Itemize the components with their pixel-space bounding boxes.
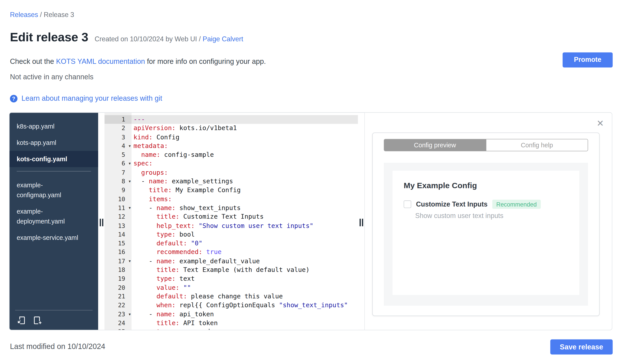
- sidebar-divider: [17, 171, 91, 172]
- yaml-code-editor[interactable]: 1---2apiVersion: kots.io/v1beta13kind: C…: [105, 113, 358, 330]
- preview-inset: My Example Config Customize Text Inputs …: [384, 163, 588, 306]
- file-name-label: example-configmap.yaml: [17, 180, 85, 200]
- release-editor: k8s-app.yamlkots-app.yamlkots-config.yam…: [9, 112, 612, 330]
- preview-resize-handle[interactable]: [358, 218, 364, 226]
- save-release-button[interactable]: Save release: [550, 340, 613, 355]
- breadcrumb-separator: /: [38, 11, 44, 19]
- code-line[interactable]: 2apiVersion: kots.io/v1beta1: [105, 124, 358, 133]
- fold-arrow-icon[interactable]: ▾: [129, 177, 131, 186]
- line-number: 4▾: [105, 142, 132, 150]
- config-item-help-text: Show custom user text inputs: [415, 212, 568, 220]
- code-line-text: - name: show_text_inputs: [132, 204, 358, 212]
- code-line-text: type: bool: [132, 230, 358, 239]
- code-line[interactable]: 10 items:: [105, 195, 358, 204]
- fold-arrow-icon[interactable]: ▾: [129, 257, 131, 265]
- code-line[interactable]: 3kind: Config: [105, 133, 358, 142]
- code-line-text: type: text: [132, 274, 358, 283]
- sidebar-file-item[interactable]: example-service.yaml: [9, 229, 98, 246]
- code-line[interactable]: 6▾spec:: [105, 160, 358, 168]
- code-line[interactable]: 23▾ - name: api_token: [105, 310, 358, 319]
- sidebar-file-item[interactable]: example-deployment.yaml: [9, 203, 98, 229]
- docs-info-line: Check out the KOTS YAML documentation fo…: [10, 58, 266, 66]
- code-line[interactable]: 21 default: please change this value: [105, 292, 358, 301]
- code-line[interactable]: 4▾metadata:: [105, 142, 358, 150]
- new-file-icon[interactable]: [32, 315, 43, 325]
- kots-docs-link[interactable]: KOTS YAML documentation: [56, 58, 145, 66]
- close-icon[interactable]: ✕: [597, 119, 604, 128]
- line-number: 3: [105, 133, 132, 142]
- fold-arrow-icon[interactable]: ▾: [129, 310, 131, 319]
- import-file-icon[interactable]: [16, 315, 27, 325]
- config-group-title: My Example Config: [404, 181, 568, 190]
- sidebar-resize-handle[interactable]: [98, 218, 105, 226]
- app: Releases / Release 3 Edit release 3 Crea…: [0, 0, 623, 364]
- created-info: Created on 10/10/2024 by Web UI / Paige …: [95, 35, 243, 43]
- code-line[interactable]: 22 when: repl{{ ConfigOptionEquals "show…: [105, 301, 358, 310]
- line-number: 11▾: [105, 204, 132, 212]
- code-line[interactable]: 14 type: bool: [105, 230, 358, 239]
- file-name-label: kots-config.yaml: [17, 154, 67, 164]
- file-name-label: example-service.yaml: [17, 233, 78, 243]
- code-line[interactable]: 13 help_text: "Show custom user text inp…: [105, 221, 358, 230]
- code-line[interactable]: 1---: [105, 115, 358, 124]
- config-card: My Example Config Customize Text Inputs …: [393, 171, 579, 295]
- file-list-top: k8s-app.yamlkots-app.yamlkots-config.yam…: [9, 113, 98, 167]
- code-line-text: recommended: true: [132, 248, 358, 257]
- fold-arrow-icon[interactable]: ▾: [129, 142, 131, 150]
- fold-arrow-icon[interactable]: ▾: [129, 204, 131, 212]
- promote-button[interactable]: Promote: [563, 52, 613, 67]
- code-line[interactable]: 18 title: Text Example (with default val…: [105, 265, 358, 274]
- line-number: 21: [105, 292, 132, 301]
- code-line-text: title: My Example Config: [132, 186, 358, 195]
- sidebar-file-item[interactable]: example-configmap.yaml: [9, 177, 98, 203]
- line-number: 9: [105, 186, 132, 195]
- code-line[interactable]: 12 title: Customize Text Inputs: [105, 212, 358, 221]
- git-releases-help-link[interactable]: Learn about managing your releases with …: [22, 95, 162, 103]
- fold-arrow-icon[interactable]: ▾: [129, 160, 131, 168]
- code-line[interactable]: 5 name: config-sample: [105, 150, 358, 159]
- breadcrumb-releases-link[interactable]: Releases: [10, 11, 38, 19]
- line-number: 2: [105, 124, 132, 133]
- line-number: 8▾: [105, 177, 132, 186]
- code-line-text: title: Customize Text Inputs: [132, 212, 358, 221]
- tab-config-preview[interactable]: Config preview: [384, 139, 486, 151]
- line-number: 22: [105, 301, 132, 310]
- code-line[interactable]: 19 type: text: [105, 274, 358, 283]
- sidebar-file-item[interactable]: kots-app.yaml: [9, 135, 98, 151]
- sidebar-footer-icons: [9, 315, 98, 330]
- code-line[interactable]: 16 recommended: true: [105, 248, 358, 257]
- config-preview-panel: Config preview Config help My Example Co…: [372, 133, 600, 316]
- file-name-label: example-deployment.yaml: [17, 206, 85, 226]
- code-line-text: - name: example_settings: [132, 177, 358, 186]
- tab-config-help[interactable]: Config help: [486, 139, 588, 151]
- code-line[interactable]: 25 type: password: [105, 327, 358, 330]
- code-line[interactable]: 17▾ - name: example_default_value: [105, 257, 358, 265]
- code-line-text: groups:: [132, 168, 358, 177]
- line-number: 14: [105, 230, 132, 239]
- line-number: 13: [105, 221, 132, 230]
- code-line[interactable]: 20 value: "": [105, 283, 358, 292]
- file-sidebar: k8s-app.yamlkots-app.yamlkots-config.yam…: [9, 113, 98, 330]
- code-line-text: help_text: "Show custom user text inputs…: [132, 221, 358, 230]
- code-line[interactable]: 15 default: "0": [105, 239, 358, 248]
- customize-text-inputs-checkbox[interactable]: [404, 201, 411, 208]
- code-line-text: title: Text Example (with default value): [132, 265, 358, 274]
- code-line-text: type: password: [132, 327, 358, 330]
- created-author-link[interactable]: Paige Calvert: [203, 35, 243, 43]
- code-line[interactable]: 24 title: API token: [105, 319, 358, 327]
- file-name-label: kots-app.yaml: [17, 138, 56, 148]
- sidebar-file-item[interactable]: kots-config.yaml: [9, 151, 98, 167]
- code-line-text: value: "": [132, 283, 358, 292]
- code-line[interactable]: 7 groups:: [105, 168, 358, 177]
- code-line-text: name: config-sample: [132, 150, 358, 159]
- code-line[interactable]: 8▾ - name: example_settings: [105, 177, 358, 186]
- code-line[interactable]: 9 title: My Example Config: [105, 186, 358, 195]
- code-line-text: ---: [132, 115, 358, 124]
- breadcrumb: Releases / Release 3: [10, 11, 74, 19]
- line-number: 5: [105, 150, 132, 159]
- code-line[interactable]: 11▾ - name: show_text_inputs: [105, 204, 358, 212]
- code-line-text: when: repl{{ ConfigOptionEquals "show_te…: [132, 301, 358, 310]
- sidebar-file-item[interactable]: k8s-app.yaml: [9, 118, 98, 135]
- config-preview-region: ✕ Config preview Config help My Example …: [364, 113, 612, 330]
- line-number: 24: [105, 319, 132, 327]
